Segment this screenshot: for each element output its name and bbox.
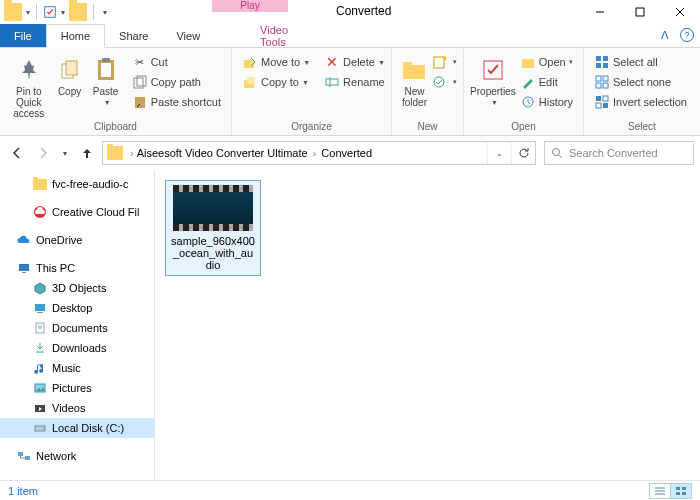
copy-path-icon <box>132 74 148 90</box>
select-none-button[interactable]: Select none <box>590 72 691 92</box>
svg-rect-34 <box>596 96 601 101</box>
label: Properties <box>470 86 516 97</box>
edit-button[interactable]: Edit <box>516 72 577 92</box>
tree-item-onedrive[interactable]: OneDrive <box>0 230 154 250</box>
rename-button[interactable]: Rename <box>320 72 389 92</box>
folder-icon[interactable] <box>69 3 87 21</box>
copy-button[interactable]: Copy <box>52 52 88 97</box>
new-folder-icon <box>402 54 428 86</box>
chevron-down-icon: ▼ <box>378 59 385 66</box>
address-bar[interactable]: › Aiseesoft Video Converter Ultimate › C… <box>102 141 536 165</box>
back-button[interactable] <box>6 142 28 164</box>
tree-item[interactable]: Pictures <box>0 378 154 398</box>
breadcrumb-segment[interactable]: Converted <box>321 147 372 159</box>
new-item-button[interactable]: ✦▾ <box>431 52 457 72</box>
tree-item[interactable]: Documents <box>0 318 154 338</box>
properties-icon <box>481 54 505 86</box>
up-button[interactable] <box>76 142 98 164</box>
chevron-right-icon: › <box>130 147 134 159</box>
maximize-button[interactable] <box>620 0 660 24</box>
tree-item[interactable]: Videos <box>0 398 154 418</box>
body: fvc-free-audio-c Creative Cloud Fil OneD… <box>0 170 700 480</box>
svg-rect-18 <box>403 65 425 79</box>
documents-icon <box>32 320 48 336</box>
content-pane[interactable]: sample_960x400_ocean_with_audio <box>155 170 700 480</box>
breadcrumb-segment[interactable]: Aiseesoft Video Converter Ultimate <box>137 147 308 159</box>
tab-home[interactable]: Home <box>46 24 105 48</box>
svg-rect-35 <box>603 96 608 101</box>
tree-item[interactable]: Creative Cloud Fil <box>0 202 154 222</box>
pin-to-quick-access-button[interactable]: Pin to Quick access <box>6 52 52 119</box>
ribbon-group-select: Select all Select none Invert selection … <box>584 48 700 135</box>
close-button[interactable] <box>660 0 700 24</box>
context-tab-header: Play <box>212 0 288 12</box>
address-dropdown[interactable]: ⌄ <box>487 142 511 164</box>
svg-rect-12 <box>135 97 145 108</box>
select-all-button[interactable]: Select all <box>590 52 691 72</box>
delete-button[interactable]: ✕Delete▼ <box>320 52 389 72</box>
details-view-button[interactable] <box>649 483 671 499</box>
svg-rect-42 <box>22 272 26 273</box>
separator <box>93 4 94 20</box>
open-button[interactable]: Open▾ <box>516 52 577 72</box>
tab-share[interactable]: Share <box>105 24 162 47</box>
tab-view[interactable]: View <box>162 24 214 47</box>
label: Copy to <box>261 76 299 88</box>
minimize-button[interactable] <box>580 0 620 24</box>
label: Pin to Quick access <box>6 86 52 119</box>
downloads-icon <box>32 340 48 356</box>
move-to-button[interactable]: Move to▼ <box>238 52 314 72</box>
tree-item[interactable]: 3D Objects <box>0 278 154 298</box>
chevron-down-icon: ▾ <box>569 58 573 66</box>
folder-icon <box>107 146 123 160</box>
folder-icon[interactable] <box>4 3 22 21</box>
thumbnails-view-button[interactable] <box>670 483 692 499</box>
this-pc-icon <box>16 260 32 276</box>
forward-button[interactable] <box>32 142 54 164</box>
qat-dropdown[interactable]: ▾ <box>59 0 67 24</box>
tree-item[interactable]: fvc-free-audio-c <box>0 174 154 194</box>
label: Edit <box>539 76 558 88</box>
qat-customize-dropdown[interactable]: ▾ <box>98 0 112 24</box>
svg-rect-6 <box>66 61 77 75</box>
item-count: 1 item <box>8 485 38 497</box>
properties-button[interactable]: Properties ▼ <box>470 52 516 108</box>
label: Paste <box>93 86 119 97</box>
help-icon[interactable]: ? <box>680 28 694 42</box>
tree-item[interactable]: Music <box>0 358 154 378</box>
edit-icon <box>520 74 536 90</box>
paste-shortcut-button[interactable]: Paste shortcut <box>128 92 225 112</box>
svg-rect-44 <box>37 312 43 313</box>
new-folder-button[interactable]: New folder <box>398 52 431 108</box>
refresh-button[interactable] <box>511 142 535 164</box>
history-icon <box>520 94 536 110</box>
collapse-ribbon-chevron[interactable]: ᐱ <box>650 24 680 47</box>
copy-path-button[interactable]: Copy path <box>128 72 225 92</box>
tree-item[interactable]: Desktop <box>0 298 154 318</box>
tree-item-local-disk[interactable]: Local Disk (C:) <box>0 418 154 438</box>
recent-locations-dropdown[interactable]: ▾ <box>58 142 72 164</box>
tree-item-this-pc[interactable]: This PC <box>0 258 154 278</box>
properties-icon[interactable] <box>41 3 59 21</box>
tree-item-network[interactable]: Network <box>0 446 154 466</box>
tree-item[interactable]: Downloads <box>0 338 154 358</box>
svg-rect-28 <box>596 63 601 68</box>
svg-rect-32 <box>596 83 601 88</box>
svg-line-39 <box>559 155 562 158</box>
label: Desktop <box>52 302 92 314</box>
invert-selection-button[interactable]: Invert selection <box>590 92 691 112</box>
label: Videos <box>52 402 85 414</box>
history-button[interactable]: History <box>516 92 577 112</box>
copy-to-button[interactable]: Copy to▼ <box>238 72 314 92</box>
easy-access-button[interactable]: ▾ <box>431 72 457 92</box>
copy-to-icon <box>242 74 258 90</box>
tab-video-tools[interactable]: Video Tools <box>246 24 322 47</box>
group-label: Open <box>464 121 583 135</box>
qat-dropdown[interactable]: ▾ <box>24 0 32 24</box>
search-input[interactable]: Search Converted <box>544 141 694 165</box>
file-item[interactable]: sample_960x400_ocean_with_audio <box>165 180 261 276</box>
tab-file[interactable]: File <box>0 24 46 47</box>
cut-button[interactable]: ✂Cut <box>128 52 225 72</box>
paste-button[interactable]: Paste ▼ <box>88 52 124 108</box>
window-title: Converted <box>336 4 391 18</box>
